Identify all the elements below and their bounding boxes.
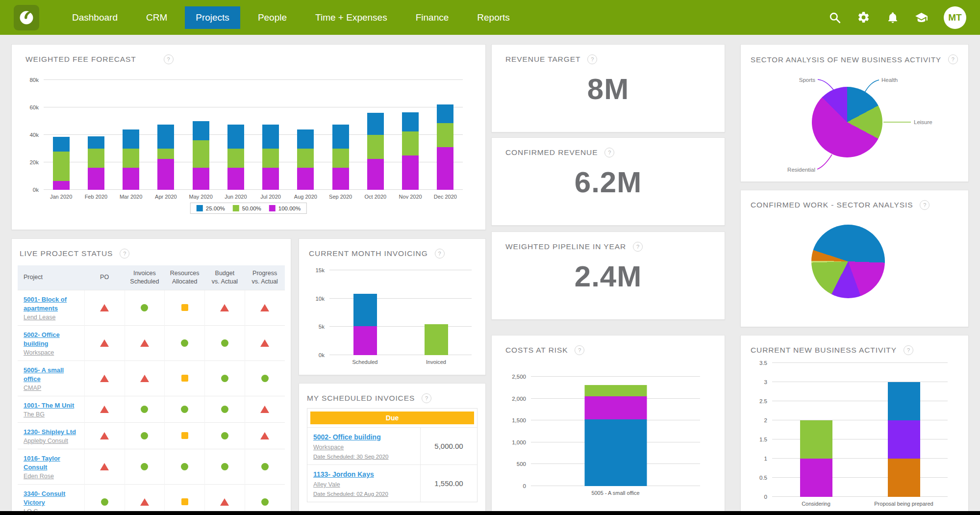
red-triangle-icon — [100, 339, 109, 347]
card-title: SECTOR ANALYSIS OF NEW BUSINESS ACTIVITY — [751, 55, 941, 64]
bar-segment — [297, 129, 314, 149]
menu-item-people[interactable]: People — [247, 6, 298, 29]
legend-label: 50.00% — [242, 206, 261, 211]
help-icon[interactable]: ? — [633, 242, 643, 252]
status-cell — [245, 360, 285, 396]
bar-segment — [402, 112, 419, 131]
red-triangle-icon — [100, 406, 109, 413]
help-icon[interactable]: ? — [164, 54, 174, 64]
project-link[interactable]: 5002- Office building — [24, 331, 60, 347]
y-axis-tick: 1,500 — [512, 417, 526, 423]
menu-item-projects[interactable]: Projects — [185, 6, 240, 29]
gear-icon[interactable] — [857, 11, 870, 24]
help-icon[interactable]: ? — [587, 54, 597, 64]
bar-segment — [157, 159, 174, 190]
green-circle-icon — [221, 406, 228, 413]
legend-swatch — [233, 205, 239, 211]
menu-item-finance[interactable]: Finance — [405, 6, 460, 29]
leader-line-sports — [818, 79, 833, 90]
status-cell — [245, 484, 285, 515]
card-title: CURRENT NEW BUSINESS ACTIVITY — [751, 346, 897, 355]
legend-label: 25.00% — [206, 206, 225, 211]
help-icon[interactable]: ? — [120, 249, 129, 258]
table-header: ProjectPOInvoicesScheduledResourcesAlloc… — [18, 265, 285, 290]
y-axis-tick: 80k — [29, 77, 39, 83]
green-circle-icon — [141, 406, 148, 413]
menu-item-reports[interactable]: Reports — [466, 6, 521, 29]
help-icon[interactable]: ? — [575, 345, 584, 355]
project-link[interactable]: 3340- Consult Victory — [24, 490, 65, 506]
help-icon[interactable]: ? — [435, 249, 445, 258]
table-row: 5002- Office buildingWorkspace — [18, 325, 285, 360]
y-axis-tick: 1 — [764, 456, 767, 462]
green-circle-icon — [141, 432, 148, 439]
card-current-new-business: CURRENT NEW BUSINESS ACTIVITY ? 00.511.5… — [740, 335, 969, 515]
green-circle-icon — [141, 304, 148, 311]
help-icon[interactable]: ? — [904, 345, 913, 355]
graduation-cap-icon[interactable] — [915, 11, 928, 24]
green-circle-icon — [261, 463, 269, 470]
column-header: Budgetvs. Actual — [205, 265, 245, 290]
bars-area: Jan 2020Feb 2020Mar 2020Apr 2020May 2020… — [44, 80, 463, 190]
project-client: CMAP — [24, 385, 81, 391]
project-link[interactable]: 5005- A small office — [24, 366, 64, 383]
green-circle-icon — [221, 432, 228, 439]
card-title: CURRENT MONTH INVOICING — [309, 249, 428, 258]
bar-segment — [123, 149, 139, 168]
status-cell — [205, 422, 245, 449]
menu-item-dashboard[interactable]: Dashboard — [61, 6, 128, 29]
column-header: Project — [18, 265, 84, 290]
status-cell — [245, 325, 285, 360]
project-link[interactable]: 5001- Block of apartments — [24, 296, 67, 312]
user-avatar[interactable]: MT — [944, 6, 966, 29]
menu-item-time-expenses[interactable]: Time + Expenses — [304, 6, 398, 29]
project-link[interactable]: 1016- Taylor Consult — [24, 455, 60, 471]
help-icon[interactable]: ? — [920, 200, 930, 210]
menu-item-crm[interactable]: CRM — [135, 6, 178, 29]
bar-slot: Aug 2020 — [288, 80, 323, 190]
bell-icon[interactable] — [886, 11, 899, 24]
table-row: 5001- Block of apartmentsLend Lease — [18, 290, 285, 325]
bar-segment — [402, 131, 419, 155]
table-row: 1230- Shipley LtdAppleby Consult — [18, 422, 285, 449]
bar-segment — [353, 294, 377, 326]
status-cell — [165, 422, 205, 449]
bar-segment — [227, 125, 244, 149]
project-link[interactable]: 1001- The M Unit — [24, 402, 74, 409]
green-circle-icon — [261, 498, 269, 506]
y-axis-tick: 10k — [315, 296, 325, 302]
status-cell — [165, 325, 205, 360]
help-icon[interactable]: ? — [948, 54, 958, 64]
bars-area: ScheduledInvoiced — [329, 270, 472, 355]
y-axis-tick: 3.5 — [759, 360, 767, 366]
invoice-project-link[interactable]: 5002- Office building — [313, 433, 381, 441]
bar-segment — [584, 396, 647, 419]
bar-segment — [367, 159, 384, 190]
green-circle-icon — [181, 463, 188, 470]
status-cell — [125, 290, 165, 325]
bar-slot: Mar 2020 — [114, 80, 149, 190]
search-icon[interactable] — [828, 11, 841, 24]
card-live-project-status: LIVE PROJECT STATUS ? ProjectPOInvoicesS… — [11, 238, 291, 515]
help-icon[interactable]: ? — [604, 148, 614, 157]
stacked-bar — [437, 80, 453, 190]
help-icon[interactable]: ? — [422, 393, 431, 403]
stacked-bar — [800, 363, 832, 497]
card-title: MY SCHEDULED INVOICES — [307, 394, 415, 403]
bar-segment — [437, 104, 453, 123]
invoice-project-link[interactable]: 1133- Jordon Kays — [313, 470, 374, 478]
bar-segment — [193, 121, 209, 140]
red-triangle-icon — [220, 304, 229, 311]
bar-slot: Considering — [772, 363, 860, 497]
project-link[interactable]: 1230- Shipley Ltd — [24, 428, 76, 436]
red-triangle-icon — [260, 304, 269, 311]
status-cell — [205, 290, 245, 325]
stacked-bar — [425, 270, 448, 355]
invoice-row: 1133- Jordon Kays Alley Vale Date Schedu… — [307, 464, 477, 502]
app-logo[interactable] — [14, 5, 39, 30]
x-axis-label: Dec 2020 — [434, 194, 457, 200]
bar-segment — [227, 168, 244, 190]
status-cell — [125, 396, 165, 422]
leader-line-health — [865, 80, 879, 92]
green-circle-icon — [141, 463, 148, 470]
